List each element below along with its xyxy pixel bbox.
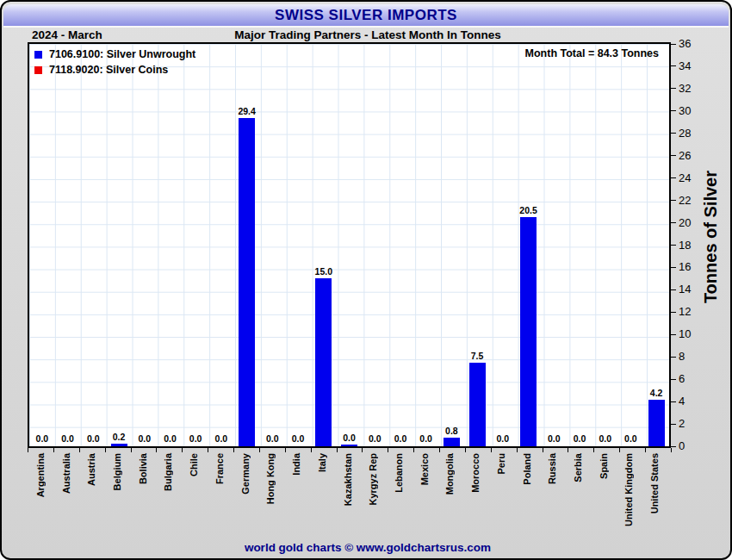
x-axis-label: Poland [522,453,532,485]
chart-window: SWISS SILVER IMPORTS 2024 - March Major … [0,0,732,560]
x-axis-tick [388,448,388,452]
legend-label: 7118.9020: Silver Coins [49,64,168,76]
x-axis-label: Italy [317,453,327,472]
x-axis-tick [285,448,286,452]
y-axis-tick [671,65,676,66]
y-axis-tick [671,177,676,178]
x-axis-tick [259,448,260,452]
y-axis-tick [671,200,676,201]
x-axis-tick [465,448,466,452]
x-axis-label: Russia [547,453,557,484]
x-axis-tick [362,448,363,452]
bar-value-label: 0.8 [432,426,470,436]
y-axis-tick-label: 6 [679,372,685,386]
bar-belgium [111,444,127,446]
legend-label: 7106.9100: Silver Unwrought [49,48,195,60]
x-axis-tick [517,448,518,452]
y-axis-tick [671,133,676,134]
footer-credit: world gold charts © www.goldchartsrus.co… [2,541,732,554]
plot-area: 7106.9100: Silver Unwrought7118.9020: Si… [28,42,671,448]
x-axis-label: France [214,453,225,484]
x-axis-label: Morocco [470,453,481,493]
x-axis-tick [593,448,594,452]
x-axis-label: Peru [496,453,506,474]
y-axis-tick-label: 14 [679,283,691,296]
y-axis-tick-label: 2 [679,417,685,431]
x-axis-label: Lebanon [394,453,404,493]
x-axis-tick [337,448,338,452]
x-axis-label: Australia [61,453,71,494]
bar-germany [239,118,255,446]
y-axis-tick [671,267,676,268]
bar-value-label: 4.2 [637,388,675,398]
x-axis-label: Hong Kong [265,453,276,504]
x-axis-tick [79,448,80,452]
y-axis-tick-label: 10 [679,327,691,341]
y-axis-tick-label: 16 [679,260,691,274]
y-axis-tick-label: 32 [679,82,691,96]
y-axis-tick-label: 26 [679,149,691,163]
x-axis-label: United States [649,453,660,513]
y-axis-tick [671,110,676,111]
y-axis-tick [671,222,676,223]
bar-mongolia [444,438,460,446]
bar-value-label: 0.0 [611,433,649,444]
x-axis-tick [543,448,543,452]
x-axis-label: Mongolia [444,453,455,495]
x-axis-tick [131,448,132,452]
x-axis-tick [439,448,440,452]
title-bar: SWISS SILVER IMPORTS [3,4,729,28]
bar-value-label: 15.0 [305,266,343,277]
x-axis-label: Austria [86,453,96,486]
x-axis-label: Belgium [112,453,122,490]
x-axis-tick [671,448,672,452]
y-axis-tick [671,334,676,335]
y-axis-tick [671,245,676,246]
x-axis-label: Germany [240,453,251,495]
x-axis-tick [311,448,312,452]
bar-morocco [469,363,486,446]
x-axis-tick [53,448,54,452]
y-axis-tick [671,357,676,358]
x-axis-label: Kyrgyz Rep [368,453,378,506]
bar-value-label: 0.0 [484,433,522,444]
chart-subtitle: Major Trading Partners - Latest Month In… [2,28,732,41]
bar-value-label: 29.4 [228,106,266,116]
legend-item: 7118.9020: Silver Coins [34,64,195,76]
y-axis-tick-label: 20 [679,216,691,230]
legend-item: 7106.9100: Silver Unwrought [34,48,195,60]
y-axis-tick-label: 0 [679,439,685,453]
x-axis-tick [208,448,208,452]
y-axis-tick [671,446,676,447]
y-axis-tick [671,44,676,45]
y-axis-tick-label: 34 [679,59,691,73]
legend-swatch-icon [34,51,42,59]
bar-value-label: 7.5 [458,351,496,361]
y-axis-tick [671,312,676,313]
y-axis-tick-label: 4 [679,395,685,408]
x-axis-label: India [291,453,301,476]
bar-united-states [648,400,665,446]
x-axis-label: Bolivia [138,453,148,484]
x-axis-tick [645,448,646,452]
bar-poland [520,217,537,446]
x-axis-tick [568,448,568,452]
y-axis-tick [671,289,676,290]
y-axis-tick [671,88,676,89]
y-axis-title: Tonnes of Silver [701,171,721,303]
x-axis-tick [28,448,28,452]
x-axis-tick [156,448,157,452]
bar-value-label: 20.5 [510,205,548,215]
y-axis-tick-label: 8 [679,350,685,364]
x-axis-label: Serbia [573,453,583,482]
x-axis-tick [413,448,414,452]
y-axis-tick-label: 36 [679,37,691,51]
page-title: SWISS SILVER IMPORTS [275,7,457,24]
x-axis-label: Mexico [419,453,430,485]
y-axis-tick-label: 24 [679,171,691,185]
y-axis-tick-label: 28 [679,127,691,140]
month-total-label: Month Total = 84.3 Tonnes [525,47,659,59]
x-axis-tick [182,448,183,452]
y-axis-tick [671,379,676,380]
y-axis-tick-label: 22 [679,194,691,208]
